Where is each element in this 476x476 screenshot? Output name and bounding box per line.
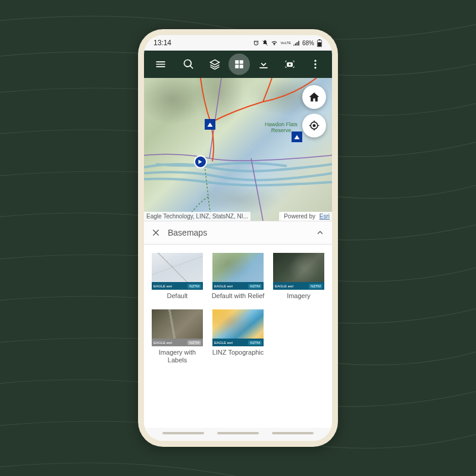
menu-button[interactable] (149, 52, 172, 76)
layers-button[interactable] (203, 52, 226, 76)
svg-point-8 (315, 63, 317, 65)
basemap-label: Imagery (287, 292, 311, 300)
overflow-icon (309, 58, 321, 70)
download-icon (258, 58, 270, 70)
search-button[interactable] (177, 52, 200, 76)
basemap-thumb: EAGLE esriNZTM (212, 253, 264, 290)
close-panel-button[interactable] (150, 227, 162, 239)
screenshot-icon (284, 58, 296, 70)
locate-icon (308, 120, 320, 131)
volte-icon: VoLTE (280, 41, 291, 45)
svg-point-9 (315, 67, 317, 68)
close-icon (151, 228, 161, 237)
layers-icon (209, 58, 221, 70)
poi-marker[interactable] (194, 155, 207, 168)
overflow-button[interactable] (304, 52, 327, 76)
svg-point-7 (315, 60, 317, 62)
basemap-thumb: EAGLE esriNZTM (212, 309, 264, 346)
signal-icon (293, 40, 300, 46)
status-time: 13:14 (154, 39, 171, 47)
recent-apps-button[interactable] (162, 432, 204, 434)
screenshot-button[interactable] (278, 52, 301, 76)
basemap-imagery[interactable]: EAGLE esriNZTM Imagery (271, 253, 326, 300)
android-nav-bar (144, 428, 332, 441)
basemap-default[interactable]: EAGLE esriNZTM Default (150, 253, 205, 300)
basemap-imagery-labels[interactable]: EAGLE esriNZTM Imagery with Labels (150, 309, 205, 364)
svg-rect-1 (319, 39, 321, 40)
map-view[interactable]: Hawdon Flats Reserve Eagle Technology, L… (144, 78, 332, 221)
wifi-icon (271, 40, 278, 46)
svg-point-11 (313, 124, 315, 126)
battery-icon (317, 39, 322, 47)
basemap-label: Default with Relief (212, 292, 265, 300)
basemap-grid: EAGLE esriNZTM Default EAGLE esriNZTM De… (144, 245, 332, 428)
phone-frame: 13:14 VoLTE 68% (138, 29, 338, 447)
back-button[interactable] (272, 432, 314, 434)
app-toolbar (144, 51, 332, 78)
basemap-default-relief[interactable]: EAGLE esriNZTM Default with Relief (211, 253, 265, 300)
apps-icon (234, 59, 245, 70)
search-icon (183, 58, 195, 70)
collapse-panel-button[interactable] (314, 227, 326, 239)
basemap-linz-topo[interactable]: EAGLE esriNZTM LINZ Topographic (211, 309, 265, 364)
locate-fab[interactable] (302, 114, 326, 137)
alarm-icon (253, 40, 259, 46)
panel-title: Basemaps (168, 228, 207, 237)
basemap-label: Imagery with Labels (150, 349, 205, 364)
basemaps-panel-header: Basemaps (144, 221, 332, 245)
battery-text: 68% (302, 40, 314, 46)
attribution-sources: Eagle Technology, LINZ, StatsNZ, NI... (144, 212, 250, 221)
screen: 13:14 VoLTE 68% (144, 35, 332, 441)
home-button[interactable] (217, 432, 259, 434)
attribution-powered: Powered by Esri (279, 212, 332, 221)
basemap-label: Default (167, 292, 188, 300)
mute-icon (262, 40, 268, 46)
basemap-label: LINZ Topographic (212, 349, 264, 356)
svg-rect-3 (235, 60, 239, 64)
home-icon (308, 91, 320, 103)
menu-icon (155, 58, 167, 70)
status-indicators: VoLTE 68% (253, 39, 322, 47)
svg-rect-5 (235, 65, 239, 68)
basemap-thumb: EAGLE esriNZTM (152, 253, 203, 290)
esri-link[interactable]: Esri (320, 213, 330, 220)
basemap-thumb: EAGLE esriNZTM (152, 309, 203, 346)
basemap-thumb: EAGLE esriNZTM (273, 253, 324, 290)
svg-rect-2 (318, 42, 321, 46)
download-button[interactable] (252, 52, 275, 76)
status-bar: 13:14 VoLTE 68% (144, 35, 332, 51)
svg-rect-6 (240, 65, 243, 68)
map-attribution: Eagle Technology, LINZ, StatsNZ, NI... P… (144, 212, 332, 221)
home-fab[interactable] (302, 85, 326, 109)
hut-marker-1[interactable] (205, 119, 215, 130)
hut-marker-2[interactable] (292, 131, 302, 142)
svg-rect-4 (240, 60, 243, 64)
basemaps-button[interactable] (228, 54, 249, 75)
chevron-up-icon (315, 228, 325, 237)
